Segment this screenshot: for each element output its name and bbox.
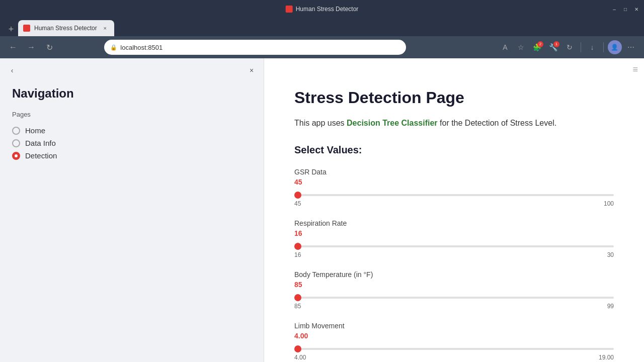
slider-resp-label: Respiration Rate — [294, 219, 614, 227]
title-center: Human Stress Detector — [286, 6, 359, 13]
panel-close-button[interactable]: × — [246, 64, 258, 76]
slider-gsr: GSR Data 45 45 100 — [294, 168, 614, 207]
slider-limb-input[interactable] — [294, 348, 614, 350]
slider-gsr-label: GSR Data — [294, 168, 614, 176]
nav-item-data-info[interactable]: Data Info — [12, 137, 252, 149]
extensions-button[interactable]: 🧩 2 — [530, 40, 544, 54]
translate-icon: A — [503, 43, 507, 51]
tab-favicon — [23, 25, 30, 32]
maximize-button[interactable]: □ — [622, 6, 629, 13]
refresh-button[interactable]: ↻ — [42, 40, 56, 54]
extensions-badge: 2 — [537, 41, 543, 47]
slider-resp-input[interactable] — [294, 245, 614, 247]
slider-limb-label: Limb Movement — [294, 322, 614, 330]
slider-resp-value: 16 — [294, 229, 614, 237]
select-values-title: Select Values: — [294, 144, 614, 156]
nav-label-home: Home — [25, 126, 45, 135]
slider-resp-min: 16 — [294, 251, 301, 258]
slider-temp-max: 99 — [607, 303, 614, 310]
favicon-icon — [286, 6, 293, 13]
active-tab[interactable]: Human Stress Detector × — [18, 20, 114, 36]
slider-resp-range: 16 30 — [294, 251, 614, 258]
slider-gsr-input[interactable] — [294, 194, 614, 196]
slider-gsr-range: 45 100 — [294, 200, 614, 207]
radio-detection[interactable] — [12, 152, 20, 160]
slider-gsr-max: 100 — [604, 200, 614, 207]
nav-label-detection: Detection — [25, 151, 57, 160]
download-icon: ↓ — [590, 43, 594, 51]
slider-limb: Limb Movement 4.00 4.00 19.00 — [294, 322, 614, 361]
subtitle-before: This app uses — [294, 119, 347, 127]
title-bar: Human Stress Detector – □ ✕ — [0, 0, 644, 18]
slider-limb-value: 4.00 — [294, 332, 614, 340]
panel-collapse-button[interactable]: ‹ — [6, 64, 18, 76]
subtitle-highlight: Decision Tree Classifier — [347, 119, 438, 127]
refresh2-button[interactable]: ↻ — [562, 40, 577, 54]
nav-label-data-info: Data Info — [25, 139, 56, 147]
slider-resp-max: 30 — [607, 251, 614, 258]
new-tab-icon[interactable]: + — [4, 22, 18, 36]
lock-icon: 🔒 — [110, 44, 117, 51]
address-bar: ← → ↻ 🔒 localhost:8501 A ☆ 🧩 2 🔧 1 ↻ — [0, 36, 644, 58]
toolbar-separator — [581, 42, 581, 52]
slider-temp-min: 85 — [294, 303, 301, 310]
nav-title: Navigation — [12, 86, 252, 101]
toolbar-separator2 — [603, 42, 604, 52]
close-button[interactable]: ✕ — [633, 6, 640, 13]
refresh2-icon: ↻ — [567, 43, 573, 51]
pages-label: Pages — [12, 111, 252, 118]
slider-limb-max: 19.00 — [599, 354, 614, 361]
address-input[interactable]: 🔒 localhost:8501 — [104, 40, 406, 55]
window-controls[interactable]: – □ ✕ — [611, 6, 640, 13]
star-icon: ☆ — [518, 43, 524, 51]
minimize-button[interactable]: – — [611, 6, 618, 13]
radio-inner — [15, 154, 18, 157]
forward-button[interactable]: → — [24, 40, 38, 54]
nav-item-home[interactable]: Home — [12, 124, 252, 137]
tab-title: Human Stress Detector — [34, 25, 97, 32]
main-menu-button[interactable]: ≡ — [632, 64, 638, 75]
tab-bar: + Human Stress Detector × — [0, 18, 644, 36]
download-button[interactable]: ↓ — [585, 40, 599, 54]
window-title: Human Stress Detector — [296, 6, 359, 13]
menu-icon: ⋯ — [627, 43, 634, 51]
subtitle-after: for the Detection of Stress Level. — [438, 119, 557, 127]
back-button[interactable]: ← — [6, 40, 20, 54]
radio-home[interactable] — [12, 127, 20, 135]
url-text: localhost:8501 — [120, 44, 163, 51]
sidebar-panel: ‹ × Navigation Pages Home Data Info — [0, 58, 264, 362]
toolbar-right: A ☆ 🧩 2 🔧 1 ↻ ↓ 👤 — [498, 40, 638, 54]
radio-data-info[interactable] — [12, 139, 20, 147]
extensions2-button[interactable]: 🔧 1 — [546, 40, 560, 54]
sidebar-content: Navigation Pages Home Data Info Detectio… — [0, 58, 264, 174]
slider-temp-input[interactable] — [294, 297, 614, 299]
extensions2-badge: 1 — [553, 41, 559, 47]
profile-button[interactable]: 👤 — [608, 40, 622, 54]
main-page: ≡ Stress Detection Page This app uses De… — [264, 58, 644, 362]
slider-limb-min: 4.00 — [294, 354, 306, 361]
nav-item-detection[interactable]: Detection — [12, 149, 252, 162]
page-title: Stress Detection Page — [294, 88, 614, 107]
slider-temp-value: 85 — [294, 281, 614, 289]
slider-gsr-min: 45 — [294, 200, 301, 207]
slider-limb-range: 4.00 19.00 — [294, 354, 614, 361]
menu-button[interactable]: ⋯ — [624, 40, 638, 54]
translate-button[interactable]: A — [498, 40, 512, 54]
avatar-icon: 👤 — [611, 44, 618, 51]
slider-temp-range: 85 99 — [294, 303, 614, 310]
slider-temp-label: Body Temperature (in °F) — [294, 270, 614, 279]
star-button[interactable]: ☆ — [514, 40, 528, 54]
tab-close-button[interactable]: × — [101, 24, 109, 32]
slider-respiration: Respiration Rate 16 16 30 — [294, 219, 614, 258]
slider-gsr-value: 45 — [294, 178, 614, 186]
page-subtitle: This app uses Decision Tree Classifier f… — [294, 117, 614, 129]
slider-temperature: Body Temperature (in °F) 85 85 99 — [294, 270, 614, 310]
browser-content: ‹ × Navigation Pages Home Data Info — [0, 58, 644, 362]
